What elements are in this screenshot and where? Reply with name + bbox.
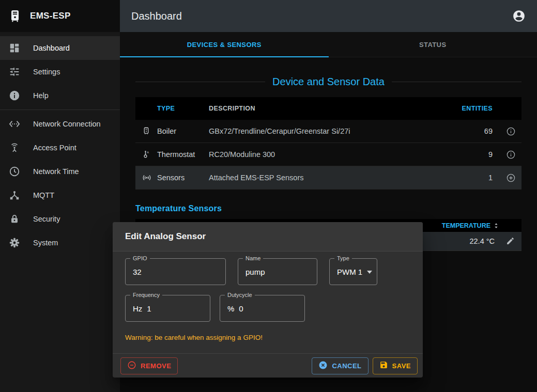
sidebar-item-system[interactable]: System [0,231,120,255]
divider-line [135,82,265,82]
info-circle-icon[interactable] [505,126,516,137]
app-title: EMS-ESP [30,11,71,21]
boiler-logo-icon [7,8,23,24]
sidebar-item-label: Network Connection [33,120,101,128]
device-description: RC20/Moduline 300 [209,150,456,159]
edit-analog-sensor-dialog: Edit Analog Sensor GPIO 32 Name pump Typ… [113,222,423,378]
device-description: Attached EMS-ESP Sensors [209,174,456,182]
chevron-down-icon [367,271,372,274]
name-field[interactable]: Name pump [238,258,317,285]
sort-icon [493,222,501,230]
ethernet-icon [8,118,21,130]
edit-pencil-icon[interactable] [506,237,515,246]
device-row-sensors[interactable]: Sensors Attached EMS-ESP Sensors 1 [135,166,521,190]
dialog-title: Edit Analog Sensor [113,222,423,252]
sidebar-item-dashboard[interactable]: Dashboard [0,36,120,60]
svg-text:A: A [147,151,149,154]
temperature-sensors-title: Temperature Sensors [135,204,521,213]
sidebar-item-mqtt[interactable]: MQTT [0,183,120,207]
type-select[interactable]: Type PWM 1 [329,258,377,285]
thermostat-icon: A [142,150,157,159]
sidebar-item-security[interactable]: Security [0,207,120,231]
header-entities: ENTITIES [456,105,493,112]
device-entities: 69 [456,127,493,135]
frequency-unit: Hz [133,304,142,313]
info-icon [8,89,21,102]
sidebar-item-network-time[interactable]: Network Time [0,160,120,183]
gpio-label: GPIO [130,255,150,261]
cancel-button[interactable]: CANCEL [312,357,368,374]
dutycycle-field[interactable]: Dutycycle % 0 [220,295,305,322]
add-circle-icon[interactable] [505,172,516,183]
info-circle-icon[interactable] [505,149,516,160]
device-type: Thermostat [157,150,209,159]
device-hub-icon [8,189,21,201]
ems-esp-app: EMS-ESP Dashboard Settings Help Network … [0,0,537,392]
cancel-button-label: CANCEL [332,362,361,370]
frequency-value: 1 [147,304,151,313]
save-button-label: SAVE [392,362,411,370]
gpio-value: 32 [133,268,142,276]
device-entities: 1 [456,174,493,182]
frequency-field[interactable]: Frequency Hz 1 [125,295,210,322]
tab-label: STATUS [419,41,446,49]
gpio-field[interactable]: GPIO 32 [125,258,226,285]
sidebar-item-label: MQTT [33,191,54,199]
sidebar-item-network-connection[interactable]: Network Connection [0,112,120,136]
appbar: Dashboard [120,0,537,32]
header-description: DESCRIPTION [209,105,456,112]
sidebar: EMS-ESP Dashboard Settings Help Network … [0,0,120,392]
sidebar-header: EMS-ESP [0,0,120,32]
device-table-header: TYPE DESCRIPTION ENTITIES [135,97,521,120]
tab-label: DEVICES & SENSORS [187,41,262,49]
dutycycle-label: Dutycycle [225,292,255,298]
dashboard-icon [8,42,21,54]
dialog-actions: REMOVE CANCEL SAVE [113,353,423,378]
account-icon[interactable] [512,9,526,23]
header-type: TYPE [157,105,209,112]
lock-icon [8,213,21,225]
dutycycle-value: 0 [239,304,243,313]
sidebar-menu: Dashboard Settings Help Network Connecti… [0,32,120,255]
tab-bar: DEVICES & SENSORS STATUS [120,32,537,57]
section-heading: Device and Sensor Data [135,76,521,88]
save-floppy-icon [379,360,388,371]
sidebar-item-label: System [33,239,58,247]
cancel-circle-icon [318,360,328,371]
clock-icon [8,165,21,178]
tab-devices-sensors[interactable]: DEVICES & SENSORS [120,32,329,57]
boiler-icon [142,127,157,136]
name-value: pump [246,268,265,276]
sidebar-item-label: Help [33,91,49,100]
name-label: Name [243,255,263,261]
device-entities: 9 [456,150,493,159]
remove-button[interactable]: REMOVE [120,357,178,374]
type-label: Type [334,255,352,261]
remove-button-label: REMOVE [141,362,171,370]
tab-status[interactable]: STATUS [329,32,537,57]
sidebar-item-settings[interactable]: Settings [0,60,120,84]
sidebar-item-label: Settings [33,68,60,76]
device-row-boiler[interactable]: Boiler GBx72/Trendline/Cerapur/Greenstar… [135,120,521,143]
antenna-icon [8,142,21,154]
sidebar-item-access-point[interactable]: Access Point [0,136,120,160]
divider-line [392,82,521,82]
save-button[interactable]: SAVE [373,357,418,374]
section-title: Device and Sensor Data [272,76,385,88]
device-type: Boiler [157,127,209,135]
sidebar-divider [0,109,120,110]
device-table: TYPE DESCRIPTION ENTITIES Boiler GBx72/T… [135,97,521,190]
gpio-warning-text: Warning: be careful when assigning a GPI… [125,334,263,341]
tune-icon [8,66,21,78]
sidebar-item-label: Access Point [33,144,76,152]
device-row-thermostat[interactable]: A Thermostat RC20/Moduline 300 9 [135,143,521,166]
sidebar-item-label: Dashboard [33,44,70,52]
sidebar-item-help[interactable]: Help [0,84,120,107]
remove-circle-icon [127,360,136,371]
gear-icon [8,237,21,249]
sensors-icon [142,173,157,183]
type-value: PWM 1 [337,268,362,276]
temperature-column-header: TEMPERATURE [442,222,490,229]
device-type: Sensors [157,174,209,182]
frequency-label: Frequency [130,292,162,298]
